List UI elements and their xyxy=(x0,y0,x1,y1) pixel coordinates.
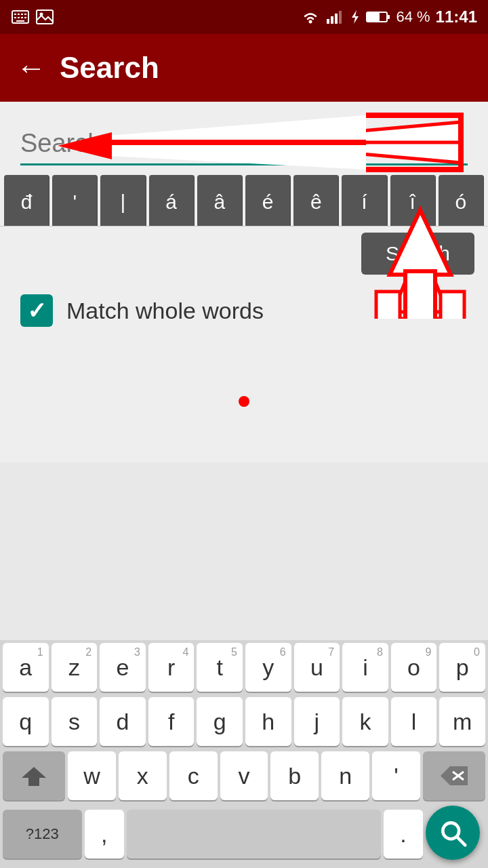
key-o[interactable]: 9o xyxy=(391,643,437,692)
char-key-o-acute[interactable]: ó xyxy=(439,175,484,226)
char-key-e-circ[interactable]: ê xyxy=(293,175,339,226)
app-bar: ← Search xyxy=(0,34,488,102)
svg-rect-1 xyxy=(14,14,16,15)
key-w[interactable]: w xyxy=(68,751,116,800)
svg-rect-19 xyxy=(387,15,390,19)
key-g[interactable]: g xyxy=(197,697,243,746)
time-text: 11:41 xyxy=(436,7,477,26)
keyboard-row-1: 1a 2z 3e 4r 5t 6y 7u 8i 9o 0p xyxy=(0,640,488,694)
battery-icon xyxy=(366,10,390,24)
key-i[interactable]: 8i xyxy=(342,643,388,692)
svg-rect-20 xyxy=(367,13,380,21)
key-f[interactable]: f xyxy=(148,697,195,746)
char-key-d[interactable]: đ xyxy=(4,175,49,226)
key-c[interactable]: c xyxy=(169,751,218,800)
key-r[interactable]: 4r xyxy=(148,643,195,692)
svg-line-38 xyxy=(457,837,465,845)
search-button[interactable]: Search xyxy=(361,233,474,275)
key-j[interactable]: j xyxy=(294,697,340,746)
keyboard-row-bottom: ?123 , . xyxy=(0,803,488,868)
key-e[interactable]: 3e xyxy=(100,643,146,692)
key-h[interactable]: h xyxy=(245,697,291,746)
status-right-info: 64 % 11:41 xyxy=(301,7,477,26)
key-b[interactable]: b xyxy=(270,751,319,800)
key-dot[interactable]: . xyxy=(384,810,423,859)
shift-icon xyxy=(22,766,46,786)
svg-marker-17 xyxy=(352,10,359,24)
svg-marker-34 xyxy=(441,766,468,785)
char-key-i-acute[interactable]: í xyxy=(342,175,387,226)
key-comma[interactable]: , xyxy=(85,810,124,859)
char-key-pipe[interactable]: | xyxy=(100,175,146,226)
match-whole-words-row: ✓ Match whole words xyxy=(0,281,488,340)
key-x[interactable]: x xyxy=(119,751,167,800)
char-key-apostrophe[interactable]: ' xyxy=(52,175,98,226)
wifi-icon xyxy=(301,9,320,24)
char-key-e-acute[interactable]: é xyxy=(245,175,291,226)
space-key[interactable] xyxy=(127,810,381,859)
key-p[interactable]: 0p xyxy=(439,643,485,692)
page-title: Search xyxy=(60,51,159,85)
key-m[interactable]: m xyxy=(439,697,485,746)
svg-rect-4 xyxy=(24,14,26,15)
keyboard: 1a 2z 3e 4r 5t 6y 7u 8i 9o 0p q s d f g … xyxy=(0,640,488,868)
keyboard-icon xyxy=(11,7,30,26)
status-left-icons xyxy=(11,7,54,26)
search-input[interactable] xyxy=(20,122,468,165)
char-key-a-circ[interactable]: â xyxy=(197,175,243,226)
key-u[interactable]: 7u xyxy=(294,643,340,692)
key-s[interactable]: s xyxy=(52,697,98,746)
search-area xyxy=(0,102,488,172)
battery-text: 64 % xyxy=(396,8,430,26)
svg-rect-3 xyxy=(21,14,23,15)
key-t[interactable]: 5t xyxy=(197,643,243,692)
search-button-area: Search xyxy=(0,226,488,281)
red-dot-indicator xyxy=(239,396,249,407)
keyboard-row-3: w x c v b n ' xyxy=(0,749,488,803)
special-chars-row: đ ' | á â é ê í î ó xyxy=(0,172,488,226)
search-input-wrapper xyxy=(20,122,468,165)
svg-rect-33 xyxy=(30,785,37,786)
svg-rect-2 xyxy=(18,14,20,15)
svg-rect-7 xyxy=(21,17,23,18)
char-key-i-circ[interactable]: î xyxy=(390,175,436,226)
svg-rect-14 xyxy=(331,16,333,24)
match-whole-words-checkbox[interactable]: ✓ xyxy=(20,294,53,327)
signal-icon xyxy=(325,9,344,24)
back-button[interactable]: ← xyxy=(16,51,46,85)
svg-rect-5 xyxy=(14,17,16,18)
red-dot-area xyxy=(0,340,488,462)
key-k[interactable]: k xyxy=(342,697,388,746)
charging-icon xyxy=(350,9,361,24)
num-toggle-key[interactable]: ?123 xyxy=(3,810,82,859)
svg-rect-16 xyxy=(339,11,342,24)
image-icon xyxy=(35,7,54,26)
status-bar: 64 % 11:41 xyxy=(0,0,488,34)
key-apostrophe[interactable]: ' xyxy=(372,751,420,800)
svg-point-12 xyxy=(309,20,312,24)
match-whole-words-label: Match whole words xyxy=(66,298,264,324)
key-v[interactable]: v xyxy=(220,751,268,800)
svg-rect-8 xyxy=(24,17,26,18)
svg-marker-32 xyxy=(22,767,46,786)
svg-rect-6 xyxy=(18,17,20,18)
char-key-a-acute[interactable]: á xyxy=(149,175,195,226)
key-d[interactable]: d xyxy=(100,697,146,746)
key-a[interactable]: 1a xyxy=(3,643,49,692)
checkmark-icon: ✓ xyxy=(27,297,46,324)
keyboard-search-fab[interactable] xyxy=(426,806,480,860)
key-l[interactable]: l xyxy=(391,697,437,746)
svg-rect-9 xyxy=(16,20,24,22)
key-n[interactable]: n xyxy=(321,751,369,800)
svg-rect-13 xyxy=(327,19,329,24)
key-y[interactable]: 6y xyxy=(245,643,291,692)
search-fab-icon xyxy=(438,818,468,848)
keyboard-row-2: q s d f g h j k l m xyxy=(0,694,488,749)
backspace-icon xyxy=(441,766,468,785)
shift-key[interactable] xyxy=(3,751,65,800)
backspace-key[interactable] xyxy=(423,751,485,800)
key-q[interactable]: q xyxy=(3,697,49,746)
svg-rect-15 xyxy=(335,14,338,24)
key-z[interactable]: 2z xyxy=(52,643,98,692)
